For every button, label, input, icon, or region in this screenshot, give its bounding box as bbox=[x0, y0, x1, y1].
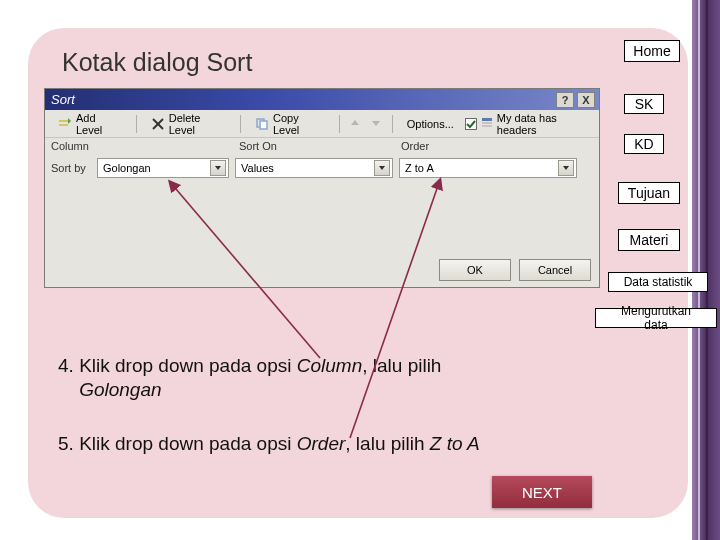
copy-level-label: Copy Level bbox=[273, 112, 325, 136]
nav-sk[interactable]: SK bbox=[624, 94, 664, 114]
header-column: Column bbox=[51, 140, 235, 156]
slide-title: Kotak dialog Sort bbox=[62, 48, 252, 77]
toolbar-separator bbox=[136, 115, 137, 133]
step4-em-golongan: Golongan bbox=[79, 379, 161, 400]
svg-rect-0 bbox=[59, 120, 68, 122]
chevron-down-icon bbox=[210, 160, 226, 176]
order-dropdown[interactable]: Z to A bbox=[399, 158, 577, 178]
arrow-down-icon bbox=[371, 118, 381, 130]
column-dropdown-value: Golongan bbox=[103, 162, 210, 174]
copy-level-button[interactable]: Copy Level bbox=[248, 109, 332, 139]
svg-rect-7 bbox=[482, 122, 492, 124]
dialog-footer: OK Cancel bbox=[439, 259, 591, 281]
arrow-up-icon bbox=[350, 118, 360, 130]
nav-kd[interactable]: KD bbox=[624, 134, 664, 154]
nav-data-statistik[interactable]: Data statistik bbox=[608, 272, 708, 292]
header-sort-on: Sort On bbox=[235, 140, 397, 156]
close-button[interactable]: X bbox=[577, 92, 595, 108]
sort-on-dropdown-value: Values bbox=[241, 162, 374, 174]
sort-by-label: Sort by bbox=[51, 162, 91, 174]
toolbar-separator bbox=[339, 115, 340, 133]
decor-right-edge bbox=[692, 0, 720, 540]
move-down-button[interactable] bbox=[368, 115, 385, 133]
sort-on-dropdown[interactable]: Values bbox=[235, 158, 393, 178]
step5-text-a: Klik drop down pada opsi bbox=[79, 433, 297, 454]
sort-dialog: Sort ? X Add Level Delete Level Copy Lev… bbox=[44, 88, 600, 288]
svg-rect-8 bbox=[482, 125, 492, 127]
headers-label: My data has headers bbox=[497, 112, 593, 136]
toolbar-separator bbox=[240, 115, 241, 133]
nav-home[interactable]: Home bbox=[624, 40, 680, 62]
step4-text-a: Klik drop down pada opsi bbox=[79, 355, 297, 376]
options-button[interactable]: Options... bbox=[400, 115, 461, 133]
toolbar-separator bbox=[392, 115, 393, 133]
headers-icon bbox=[481, 117, 493, 131]
nav-mengurutkan-data[interactable]: Mengurutkan data bbox=[595, 308, 717, 328]
checkbox-box bbox=[465, 118, 477, 130]
options-label: Options... bbox=[407, 118, 454, 130]
help-button[interactable]: ? bbox=[556, 92, 574, 108]
svg-rect-5 bbox=[260, 121, 267, 129]
sort-toolbar: Add Level Delete Level Copy Level Option… bbox=[45, 110, 599, 138]
delete-level-icon bbox=[151, 117, 165, 131]
order-dropdown-value: Z to A bbox=[405, 162, 558, 174]
step5-text-c: , lalu pilih bbox=[345, 433, 430, 454]
svg-rect-6 bbox=[482, 118, 492, 121]
chevron-down-icon bbox=[558, 160, 574, 176]
add-level-button[interactable]: Add Level bbox=[51, 109, 129, 139]
step5-em-order: Order bbox=[297, 433, 346, 454]
sort-column-headers: Column Sort On Order bbox=[45, 138, 599, 156]
svg-rect-1 bbox=[59, 124, 68, 126]
nav-tujuan[interactable]: Tujuan bbox=[618, 182, 680, 204]
delete-level-label: Delete Level bbox=[169, 112, 226, 136]
my-data-has-headers-checkbox[interactable]: My data has headers bbox=[465, 112, 593, 136]
delete-level-button[interactable]: Delete Level bbox=[144, 109, 233, 139]
next-button[interactable]: NEXT bbox=[492, 476, 592, 508]
step4-em-column: Column bbox=[297, 355, 362, 376]
chevron-down-icon bbox=[374, 160, 390, 176]
add-level-label: Add Level bbox=[76, 112, 122, 136]
step4-number: 4. bbox=[58, 355, 74, 376]
nav-materi[interactable]: Materi bbox=[618, 229, 680, 251]
sort-row: Sort by Golongan Values Z to A bbox=[45, 156, 599, 180]
move-up-button[interactable] bbox=[347, 115, 364, 133]
add-level-icon bbox=[58, 117, 72, 131]
step4-text-c: , lalu pilih bbox=[362, 355, 441, 376]
dialog-title: Sort bbox=[49, 92, 553, 107]
copy-level-icon bbox=[255, 117, 269, 131]
cancel-button[interactable]: Cancel bbox=[519, 259, 591, 281]
column-dropdown[interactable]: Golongan bbox=[97, 158, 229, 178]
instruction-step-5: 5. Klik drop down pada opsi Order, lalu … bbox=[58, 432, 638, 456]
sort-titlebar: Sort ? X bbox=[45, 89, 599, 110]
instruction-step-4: 4. Klik drop down pada opsi Column, lalu… bbox=[58, 354, 598, 402]
header-order: Order bbox=[397, 140, 579, 156]
step5-em-ztoa: Z to A bbox=[430, 433, 480, 454]
ok-button[interactable]: OK bbox=[439, 259, 511, 281]
step5-number: 5. bbox=[58, 433, 74, 454]
